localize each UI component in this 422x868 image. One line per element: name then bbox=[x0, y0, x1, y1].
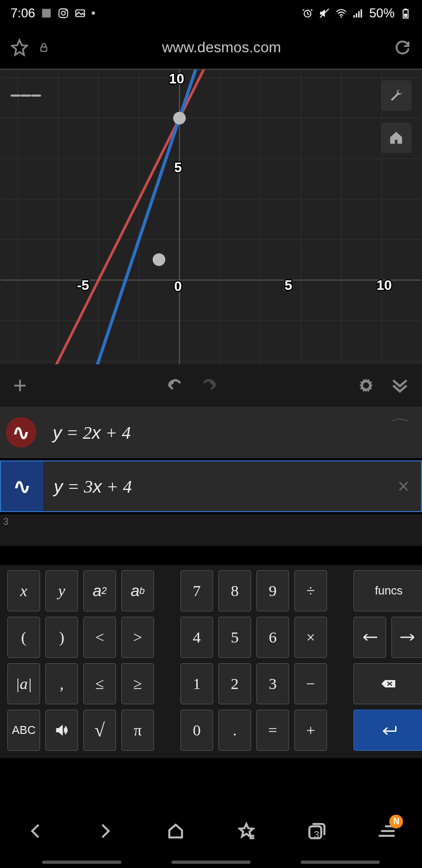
expression-color-2[interactable]: ∿ bbox=[1, 461, 43, 511]
more-dot: • bbox=[91, 6, 95, 21]
key-0[interactable]: 0 bbox=[180, 710, 213, 751]
expression-text-1[interactable]: y = 2x + 4 bbox=[42, 422, 131, 443]
key-gt[interactable]: > bbox=[121, 617, 154, 658]
tab-count: 3 bbox=[314, 829, 319, 841]
key-left-arrow[interactable] bbox=[353, 617, 386, 658]
clock: 7:06 bbox=[11, 6, 35, 21]
key-funcs[interactable]: funcs bbox=[353, 570, 422, 611]
nav-back-button[interactable] bbox=[22, 818, 49, 844]
x-tick-10: 10 bbox=[377, 278, 392, 293]
svg-rect-9 bbox=[356, 13, 357, 17]
graph-area[interactable]: 10 5 0 -5 5 10 bbox=[0, 69, 422, 364]
nav-tabs-button[interactable]: 3 bbox=[303, 818, 330, 844]
expression-color-1[interactable]: ∿ bbox=[0, 407, 42, 458]
key-audio[interactable] bbox=[45, 710, 78, 751]
hamburger-menu-button[interactable] bbox=[11, 80, 41, 111]
key-3[interactable]: 3 bbox=[256, 663, 289, 704]
chevron-up-icon[interactable]: ︿ bbox=[390, 411, 410, 425]
alarm-icon bbox=[302, 7, 313, 19]
wrench-settings-button[interactable] bbox=[381, 80, 411, 111]
svg-rect-8 bbox=[353, 15, 355, 18]
svg-rect-14 bbox=[404, 14, 407, 17]
gesture-bar bbox=[42, 861, 121, 864]
home-button[interactable] bbox=[381, 122, 411, 153]
add-expression-button[interactable]: + bbox=[13, 372, 27, 399]
battery-pct: 50% bbox=[369, 6, 395, 21]
battery-icon bbox=[400, 7, 411, 19]
y-tick-5: 5 bbox=[174, 160, 181, 175]
graph-plot[interactable]: 10 5 0 -5 5 10 bbox=[0, 70, 422, 364]
key-4[interactable]: 4 bbox=[180, 617, 213, 658]
close-icon[interactable]: × bbox=[398, 475, 409, 498]
key-lt[interactable]: < bbox=[83, 617, 116, 658]
nav-menu-button[interactable]: N bbox=[373, 818, 400, 844]
key-y[interactable]: y bbox=[45, 570, 78, 611]
key-minus[interactable]: − bbox=[294, 663, 327, 704]
image-icon bbox=[74, 7, 86, 19]
math-keyboard: x y a2 ab 7 8 9 ÷ funcs ( ) < > 4 5 6 × … bbox=[0, 565, 422, 758]
instagram-icon bbox=[57, 7, 69, 19]
svg-rect-10 bbox=[358, 11, 360, 17]
key-abc[interactable]: ABC bbox=[7, 710, 40, 751]
key-enter[interactable] bbox=[353, 710, 422, 751]
signal-icon bbox=[352, 7, 364, 19]
expression-row-3[interactable]: 3 bbox=[0, 514, 422, 546]
key-5[interactable]: 5 bbox=[218, 617, 251, 658]
series-red[interactable] bbox=[0, 70, 422, 364]
gesture-bar bbox=[301, 861, 380, 864]
key-x[interactable]: x bbox=[7, 570, 40, 611]
key-7[interactable]: 7 bbox=[180, 570, 213, 611]
chevron-double-down-icon[interactable] bbox=[391, 376, 409, 394]
reload-icon[interactable] bbox=[394, 39, 411, 56]
wifi-icon bbox=[335, 7, 347, 19]
browser-url-bar: www.desmos.com bbox=[0, 26, 422, 69]
key-plus[interactable]: + bbox=[294, 710, 327, 751]
star-icon[interactable] bbox=[11, 39, 28, 56]
key-rparen[interactable]: ) bbox=[45, 617, 78, 658]
expression-text-2[interactable]: y = 3x + 4 bbox=[43, 476, 132, 497]
key-ge[interactable]: ≥ bbox=[121, 663, 154, 704]
url-text[interactable]: www.desmos.com bbox=[59, 39, 384, 56]
key-right-arrow[interactable] bbox=[391, 617, 422, 658]
nav-forward-button[interactable] bbox=[92, 818, 119, 844]
nav-home-button[interactable] bbox=[162, 818, 189, 844]
nav-bookmarks-button[interactable] bbox=[233, 818, 260, 844]
row-index-3: 3 bbox=[3, 516, 8, 527]
x-tick-neg5: -5 bbox=[77, 278, 89, 293]
key-a-power-b[interactable]: ab bbox=[121, 570, 154, 611]
svg-rect-0 bbox=[42, 9, 51, 18]
key-comma[interactable]: , bbox=[45, 663, 78, 704]
key-8[interactable]: 8 bbox=[218, 570, 251, 611]
gear-icon[interactable] bbox=[357, 376, 375, 394]
x-tick-5: 5 bbox=[285, 278, 292, 293]
key-abs[interactable]: |a| bbox=[7, 663, 40, 704]
svg-rect-15 bbox=[41, 47, 47, 51]
intersection-point[interactable] bbox=[173, 112, 186, 125]
expression-row-1[interactable]: ∿ y = 2x + 4 ︿ bbox=[0, 407, 422, 458]
redo-icon[interactable] bbox=[200, 376, 218, 394]
key-a-squared[interactable]: a2 bbox=[83, 570, 116, 611]
key-lparen[interactable]: ( bbox=[7, 617, 40, 658]
notification-badge: N bbox=[389, 815, 403, 828]
key-2[interactable]: 2 bbox=[218, 663, 251, 704]
key-sqrt[interactable]: √ bbox=[83, 710, 116, 751]
lock-icon bbox=[38, 42, 50, 53]
key-9[interactable]: 9 bbox=[256, 570, 289, 611]
undo-icon[interactable] bbox=[166, 376, 184, 394]
point-marker[interactable] bbox=[152, 253, 165, 266]
key-le[interactable]: ≤ bbox=[83, 663, 116, 704]
key-dot[interactable]: . bbox=[218, 710, 251, 751]
key-equals[interactable]: = bbox=[256, 710, 289, 751]
key-6[interactable]: 6 bbox=[256, 617, 289, 658]
key-1[interactable]: 1 bbox=[180, 663, 213, 704]
key-pi[interactable]: π bbox=[121, 710, 154, 751]
series-blue[interactable] bbox=[0, 70, 422, 364]
key-backspace[interactable] bbox=[353, 663, 422, 704]
gesture-bar bbox=[171, 861, 251, 864]
key-divide[interactable]: ÷ bbox=[294, 570, 327, 611]
status-bar: 7:06 • 50% bbox=[0, 0, 422, 26]
key-times[interactable]: × bbox=[294, 617, 327, 658]
svg-point-7 bbox=[341, 16, 342, 18]
expression-row-2[interactable]: 2 ∿ y = 3x + 4 × bbox=[0, 460, 422, 512]
mute-icon bbox=[319, 7, 330, 19]
